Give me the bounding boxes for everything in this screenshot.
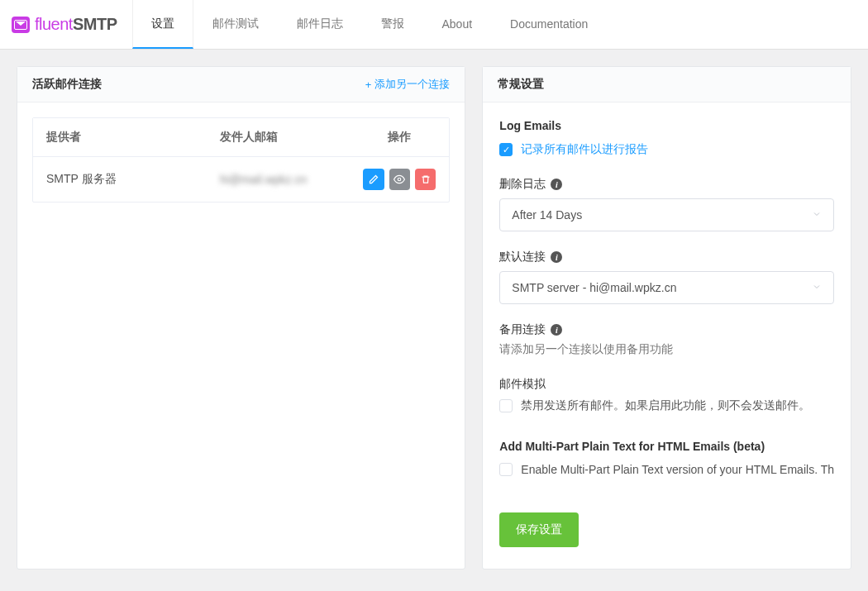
settings-panel: 常规设置 Log Emails 记录所有邮件以进行报告 删除日志 i After…: [482, 66, 851, 570]
multipart-checkbox[interactable]: [499, 463, 513, 476]
trash-icon: [421, 174, 431, 184]
info-icon[interactable]: i: [551, 251, 562, 263]
cell-actions: [350, 157, 449, 202]
tabs: 设置 邮件测试 邮件日志 警报 About Documentation: [132, 0, 869, 49]
table-head: 提供者 发件人邮箱 操作: [33, 118, 449, 157]
tab-mail-test[interactable]: 邮件测试: [193, 0, 278, 49]
info-icon[interactable]: i: [551, 179, 562, 190]
table-row: SMTP 服务器 hi@mail.wpkz.cn: [33, 157, 449, 202]
col-provider: 提供者: [33, 118, 207, 156]
col-actions: 操作: [350, 118, 449, 156]
tab-settings[interactable]: 设置: [132, 0, 193, 49]
log-emails-title: Log Emails: [483, 119, 851, 132]
default-conn-value: SMTP server - hi@mail.wpkz.cn: [512, 281, 676, 294]
log-emails-row: 记录所有邮件以进行报告: [483, 142, 851, 157]
simulate-label: 邮件模拟: [483, 377, 851, 392]
delete-log-label: 删除日志 i: [483, 177, 851, 192]
simulate-text: 禁用发送所有邮件。如果启用此功能，则不会发送邮件。: [521, 398, 810, 413]
log-emails-checkbox[interactable]: [499, 143, 513, 156]
tab-docs[interactable]: Documentation: [491, 0, 607, 49]
connections-title: 活跃邮件连接: [32, 77, 102, 92]
default-conn-label: 默认连接 i: [483, 250, 851, 265]
add-connection-label: 添加另一个连接: [374, 77, 450, 92]
log-emails-label: 记录所有邮件以进行报告: [521, 142, 648, 157]
view-button[interactable]: [389, 169, 410, 190]
cell-sender: hi@mail.wpkz.cn: [207, 161, 350, 198]
connections-header: 活跃邮件连接 + 添加另一个连接: [17, 67, 465, 102]
settings-body: Log Emails 记录所有邮件以进行报告 删除日志 i After 14 D…: [483, 102, 851, 569]
mail-icon: [12, 17, 30, 33]
col-sender: 发件人邮箱: [207, 118, 350, 156]
tab-mail-log[interactable]: 邮件日志: [278, 0, 362, 49]
default-conn-select[interactable]: SMTP server - hi@mail.wpkz.cn: [499, 271, 834, 304]
save-button[interactable]: 保存设置: [499, 512, 579, 547]
chevron-down-icon: [812, 281, 822, 294]
multipart-text: Enable Multi-Part Plain Text version of …: [521, 463, 834, 476]
tab-about[interactable]: About: [423, 0, 492, 49]
simulate-row: 禁用发送所有邮件。如果启用此功能，则不会发送邮件。: [483, 398, 851, 413]
main: 活跃邮件连接 + 添加另一个连接 提供者 发件人邮箱 操作 SMTP 服务器 h…: [0, 50, 868, 586]
delete-log-value: After 14 Days: [512, 208, 582, 222]
edit-button[interactable]: [363, 169, 384, 190]
plus-icon: +: [365, 79, 372, 91]
simulate-checkbox[interactable]: [499, 399, 513, 412]
cell-provider: SMTP 服务器: [33, 160, 207, 198]
eye-icon: [393, 174, 405, 185]
logo: fluentSMTP: [0, 15, 132, 34]
tab-alerts[interactable]: 警报: [362, 0, 423, 49]
delete-log-select[interactable]: After 14 Days: [499, 198, 834, 231]
settings-header: 常规设置: [483, 67, 851, 102]
backup-conn-label: 备用连接 i: [483, 322, 851, 337]
chevron-down-icon: [812, 208, 822, 222]
add-connection-link[interactable]: + 添加另一个连接: [365, 77, 451, 92]
connections-panel: 活跃邮件连接 + 添加另一个连接 提供者 发件人邮箱 操作 SMTP 服务器 h…: [17, 66, 465, 570]
info-icon[interactable]: i: [551, 324, 562, 336]
multipart-title: Add Multi-Part Plain Text for HTML Email…: [483, 440, 851, 453]
multipart-row: Enable Multi-Part Plain Text version of …: [483, 463, 851, 476]
pencil-icon: [369, 174, 379, 184]
svg-point-0: [398, 178, 402, 181]
backup-conn-hint: 请添加另一个连接以使用备用功能: [483, 342, 851, 357]
connections-table: 提供者 发件人邮箱 操作 SMTP 服务器 hi@mail.wpkz.cn: [32, 117, 450, 203]
logo-text: fluentSMTP: [35, 15, 117, 34]
settings-title: 常规设置: [498, 77, 544, 92]
delete-button[interactable]: [415, 169, 436, 190]
topbar: fluentSMTP 设置 邮件测试 邮件日志 警报 About Documen…: [0, 0, 868, 50]
